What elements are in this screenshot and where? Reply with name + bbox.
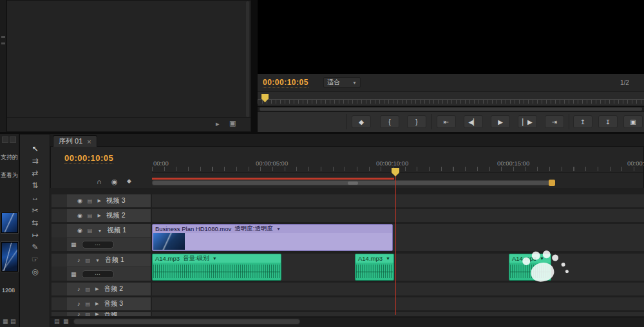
clip-effect[interactable]: 音量:级别 bbox=[183, 254, 209, 263]
timeline-scrollbar-thumb[interactable] bbox=[73, 319, 300, 324]
selection-tool[interactable]: ↖ bbox=[20, 142, 50, 154]
display-style-icon[interactable]: ▦ bbox=[71, 271, 77, 277]
razor-tool[interactable]: ✂ bbox=[20, 204, 50, 216]
collapse-icon[interactable]: ▼ bbox=[97, 229, 102, 233]
speaker-icon[interactable]: ♪ bbox=[77, 312, 80, 316]
chevron-down-icon[interactable]: ▼ bbox=[276, 227, 281, 231]
sync-lock-icon[interactable]: ▤ bbox=[88, 228, 93, 234]
sync-lock-icon[interactable]: ▤ bbox=[86, 301, 91, 307]
clip-effect[interactable]: 透明度:透明度 bbox=[234, 225, 273, 233]
collapse-icon[interactable]: ▶ bbox=[95, 312, 99, 316]
sync-lock-icon[interactable]: ▤ bbox=[86, 257, 91, 263]
marker-icon[interactable]: ◆ bbox=[127, 178, 131, 184]
zoom-level-dropdown[interactable]: 适合 ▼ bbox=[323, 77, 361, 88]
speaker-icon[interactable]: ♪ bbox=[77, 301, 80, 307]
keyframe-slider[interactable]: ⋯ bbox=[82, 270, 114, 278]
track-header-video-2: ◉ ▤ ▶ 视频 2 bbox=[52, 209, 151, 222]
track-lane-audio-4[interactable] bbox=[152, 312, 644, 316]
work-area-grip[interactable] bbox=[348, 182, 358, 185]
timeline-settings-icon[interactable]: ▤ bbox=[54, 318, 60, 324]
clip-thumbnail bbox=[153, 233, 185, 250]
track-label: 音频 2 bbox=[104, 285, 123, 294]
track-lane-audio-3[interactable] bbox=[152, 297, 644, 310]
timeline-clip-audio[interactable]: A14.mp3 ▼ bbox=[509, 254, 551, 281]
timeline-timecode[interactable]: 00:00:10:05 bbox=[64, 153, 113, 164]
hand-tool[interactable]: ☞ bbox=[20, 253, 50, 265]
eye-icon[interactable]: ◉ bbox=[77, 198, 82, 204]
collapse-icon[interactable]: ▶ bbox=[97, 213, 100, 218]
collapse-icon[interactable]: ▶ bbox=[95, 301, 99, 306]
export-frame-button[interactable]: ▣ bbox=[623, 115, 643, 128]
mark-in-button[interactable]: { bbox=[380, 115, 399, 128]
media-thumbnail[interactable] bbox=[1, 212, 18, 233]
tab-sequence-01[interactable]: 序列 01 × bbox=[53, 135, 97, 147]
slider-dots: ⋯ bbox=[95, 272, 100, 276]
duplicate-panel-icon[interactable]: ▣ bbox=[229, 119, 236, 127]
dock-tab-icon[interactable] bbox=[10, 136, 16, 143]
go-to-in-button[interactable]: ⇤ bbox=[437, 115, 456, 128]
grid-view-icon[interactable]: ▦ bbox=[3, 318, 8, 324]
work-area-end-handle[interactable] bbox=[549, 180, 555, 186]
lift-button[interactable]: ↥ bbox=[573, 115, 592, 128]
chapter-marker-icon[interactable]: ◉ bbox=[111, 178, 118, 186]
render-status-bar bbox=[152, 178, 394, 180]
dock-tab-icon[interactable] bbox=[2, 136, 8, 143]
left-panel-edge bbox=[0, 0, 6, 132]
eye-icon[interactable]: ◉ bbox=[77, 212, 82, 219]
track-lane-audio-2[interactable] bbox=[152, 283, 644, 295]
mark-out-button[interactable]: } bbox=[407, 115, 426, 128]
media-thumbnail[interactable] bbox=[1, 242, 18, 272]
display-style-icon[interactable]: ▦ bbox=[71, 241, 77, 248]
rate-stretch-tool[interactable]: ↔ bbox=[20, 191, 50, 203]
timeline-view-icon[interactable]: ▦ bbox=[63, 318, 69, 324]
close-icon[interactable]: × bbox=[87, 138, 91, 145]
pen-tool[interactable]: ✎ bbox=[20, 241, 50, 253]
timeline-clip-audio[interactable]: A14.mp3 音量:级别 ▼ bbox=[152, 254, 281, 281]
source-panel bbox=[6, 0, 251, 132]
page-indicator: 1/2 bbox=[620, 79, 629, 86]
clip-name: A14.mp3 bbox=[358, 255, 383, 262]
chevron-down-icon[interactable]: ▼ bbox=[213, 256, 217, 261]
timeline-clip-video[interactable]: Business Plan HD1080.mov 透明度:透明度 ▼ bbox=[152, 224, 393, 251]
monitor-scrollbar-thumb[interactable] bbox=[260, 107, 642, 111]
add-marker-button[interactable]: ◆ bbox=[352, 115, 371, 128]
collapse-icon[interactable]: ▶ bbox=[97, 198, 100, 203]
collapse-icon[interactable]: ▼ bbox=[95, 258, 100, 263]
rolling-edit-tool[interactable]: ⇅ bbox=[20, 179, 50, 191]
eye-icon[interactable]: ◉ bbox=[77, 227, 82, 234]
sync-lock-icon[interactable]: ▤ bbox=[86, 312, 91, 316]
sync-lock-icon[interactable]: ▤ bbox=[88, 198, 93, 204]
sync-lock-icon[interactable]: ▤ bbox=[86, 286, 91, 292]
slip-tool[interactable]: ⇆ bbox=[20, 216, 50, 229]
keyframe-slider[interactable]: ⋯ bbox=[82, 241, 114, 248]
zoom-tool[interactable]: ◎ bbox=[20, 265, 50, 277]
sync-lock-icon[interactable]: ▤ bbox=[88, 213, 93, 219]
track-lane-video-2[interactable] bbox=[152, 209, 644, 222]
chevron-down-icon[interactable]: ▼ bbox=[386, 256, 390, 261]
play-button[interactable]: ▶ bbox=[491, 115, 510, 128]
speaker-icon[interactable]: ♪ bbox=[77, 257, 80, 263]
slide-tool[interactable]: ↦ bbox=[20, 229, 50, 241]
step-back-button[interactable]: ◀▏ bbox=[464, 115, 483, 128]
monitor-playhead[interactable] bbox=[261, 94, 269, 102]
monitor-ruler[interactable] bbox=[258, 91, 644, 106]
program-timecode[interactable]: 00:00:10:05 bbox=[263, 78, 308, 88]
track-lane-video-3[interactable] bbox=[152, 194, 644, 207]
extract-button[interactable]: ↧ bbox=[598, 115, 618, 128]
divider bbox=[569, 114, 569, 129]
chevron-down-icon[interactable]: ▼ bbox=[540, 256, 544, 261]
list-view-icon[interactable]: ▤ bbox=[10, 318, 16, 324]
audio-waveform bbox=[153, 265, 280, 278]
panel-grip-dash bbox=[1, 36, 5, 38]
source-panel-scrollbar[interactable] bbox=[246, 1, 249, 117]
step-forward-button[interactable]: ▏▶ bbox=[518, 115, 537, 128]
ripple-edit-tool[interactable]: ⇄ bbox=[20, 167, 50, 179]
track-select-tool[interactable]: ⇉ bbox=[20, 154, 50, 167]
collapse-icon[interactable]: ▶ bbox=[95, 286, 99, 292]
media-count: 1208 bbox=[2, 287, 15, 294]
speaker-icon[interactable]: ♪ bbox=[77, 286, 80, 292]
go-to-out-button[interactable]: ⇥ bbox=[545, 115, 564, 128]
timeline-clip-audio[interactable]: A14.mp3 ▼ bbox=[355, 254, 394, 281]
play-icon[interactable]: ▸ bbox=[216, 120, 220, 128]
snap-icon[interactable]: ∩ bbox=[97, 178, 102, 185]
